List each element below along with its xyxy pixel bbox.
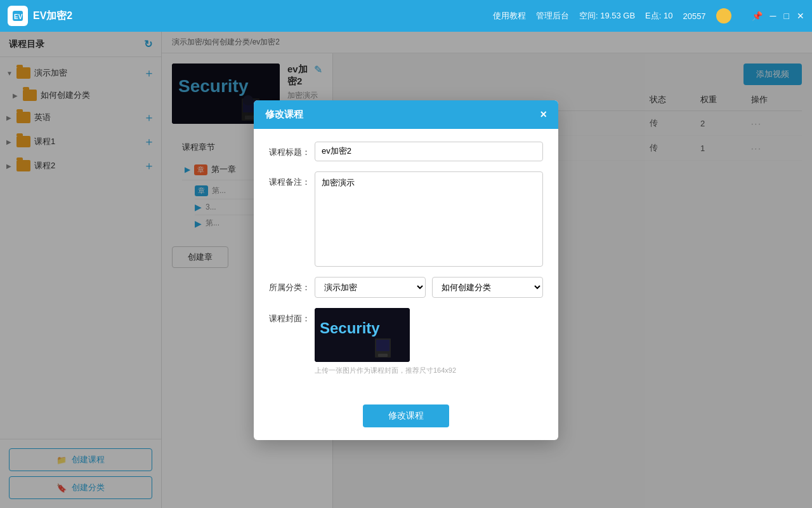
submit-edit-button[interactable]: 修改课程 — [363, 404, 449, 427]
category-selects: 演示加密 英语 课程1 课程2 如何创建分类 — [315, 277, 543, 298]
pin-button[interactable]: 📌 — [752, 11, 763, 21]
close-button[interactable]: ✕ — [797, 11, 804, 21]
edit-course-modal: 修改课程 × 课程标题： 课程备注： 加密演示 所属分类： 演示加密 英语 — [254, 100, 558, 440]
category2-select[interactable]: 如何创建分类 — [432, 277, 543, 298]
cover-hint: 上传一张图片作为课程封面，推荐尺寸164x92 — [315, 366, 456, 375]
use-guide-link[interactable]: 使用教程 — [493, 10, 526, 22]
modal-overlay: 修改课程 × 课程标题： 课程备注： 加密演示 所属分类： 演示加密 英语 — [0, 32, 812, 508]
category1-select[interactable]: 演示加密 英语 课程1 课程2 — [315, 277, 426, 298]
category-label: 所属分类： — [269, 277, 315, 293]
title-label: 课程标题： — [269, 142, 315, 158]
storage-info: 空间: 19.53 GB — [579, 10, 635, 22]
user-id: 20557 — [683, 11, 705, 21]
title-bar: EV EV加密2 使用教程 管理后台 空间: 19.53 GB E点: 10 2… — [0, 0, 812, 32]
svg-text:EV: EV — [14, 13, 23, 20]
svg-rect-12 — [378, 354, 388, 357]
course-title-input[interactable] — [315, 142, 543, 161]
modal-close-button[interactable]: × — [540, 108, 547, 121]
maximize-button[interactable]: □ — [784, 11, 789, 21]
epoints-info: E点: 10 — [645, 10, 672, 22]
minimize-button[interactable]: ─ — [770, 11, 776, 21]
user-avatar[interactable] — [716, 8, 731, 23]
cover-label: 课程封面： — [269, 308, 315, 324]
app-title: EV加密2 — [33, 10, 72, 23]
modal-body: 课程标题： 课程备注： 加密演示 所属分类： 演示加密 英语 课程1 课程2 — [254, 129, 558, 398]
window-controls: 📌 ─ □ ✕ — [752, 11, 804, 21]
remark-label: 课程备注： — [269, 171, 315, 188]
svg-rect-11 — [376, 340, 390, 351]
app-logo: EV — [8, 6, 28, 26]
course-category-row: 所属分类： 演示加密 英语 课程1 课程2 如何创建分类 — [269, 277, 543, 298]
modal-header: 修改课程 × — [254, 100, 558, 129]
title-bar-right: 使用教程 管理后台 空间: 19.53 GB E点: 10 20557 📌 ─ … — [493, 8, 804, 23]
svg-text:Security: Security — [320, 319, 380, 337]
cover-upload-area[interactable]: Security 上传一张图片作为课程封面，推荐尺寸164x92 — [315, 308, 456, 375]
admin-panel-link[interactable]: 管理后台 — [536, 10, 569, 22]
modal-title: 修改课程 — [265, 109, 303, 121]
modal-footer: 修改课程 — [254, 398, 558, 440]
course-cover-row: 课程封面： Security 上传一张图片作为课程封面，推荐尺寸164x92 — [269, 308, 543, 375]
course-remark-row: 课程备注： 加密演示 — [269, 171, 543, 267]
course-title-row: 课程标题： — [269, 142, 543, 161]
course-remark-textarea[interactable]: 加密演示 — [315, 171, 543, 267]
cover-preview: Security — [315, 308, 410, 362]
